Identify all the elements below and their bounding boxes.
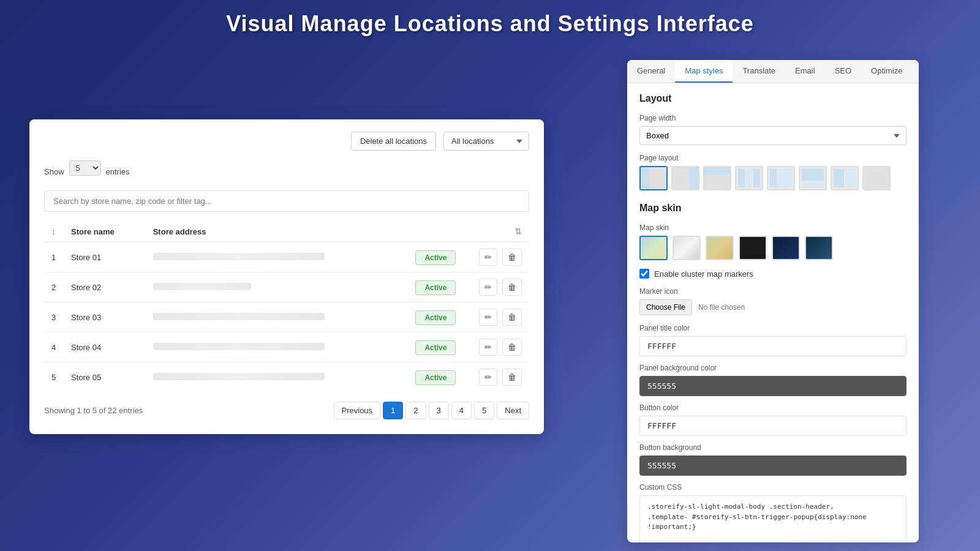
store-status: Active xyxy=(408,302,469,332)
page-width-label: Page width xyxy=(639,114,907,122)
button-bg-value[interactable]: 555555 xyxy=(639,455,907,476)
entries-label: entries xyxy=(106,167,130,176)
map-skin-options xyxy=(639,236,907,260)
layout-thumb-1[interactable] xyxy=(639,166,668,190)
table-row: 1 Store 01 Active ✏ 🗑 xyxy=(44,242,529,272)
next-page-button[interactable]: Next xyxy=(497,402,529,419)
settings-tabs: General Map styles Translate Email SEO O… xyxy=(627,60,919,83)
entries-per-page-select[interactable]: 5102550 xyxy=(69,160,101,176)
page-3-button[interactable]: 3 xyxy=(429,402,449,419)
store-address xyxy=(146,272,409,302)
table-row: 5 Store 05 Active ✏ 🗑 xyxy=(44,362,529,392)
store-list-panel: Delete all locations All locations Show … xyxy=(29,119,544,434)
delete-button[interactable]: 🗑 xyxy=(502,249,522,266)
layout-thumb-6[interactable] xyxy=(799,166,827,190)
tab-seo[interactable]: SEO xyxy=(825,60,861,83)
edit-button[interactable]: ✏ xyxy=(479,369,497,386)
store-table: ↕ Store name Store address ⇅ 1 Store 01 … xyxy=(44,222,529,392)
panel-bg-color-label: Panel background color xyxy=(639,364,907,372)
layout-thumb-3[interactable] xyxy=(703,166,731,190)
tab-email[interactable]: Email xyxy=(785,60,825,83)
map-skin-0[interactable] xyxy=(639,236,668,260)
layout-section-title: Layout xyxy=(639,93,907,104)
panel-title-color-label: Panel title color xyxy=(639,324,907,332)
delete-button[interactable]: 🗑 xyxy=(502,339,522,356)
layout-thumb-8[interactable] xyxy=(862,166,891,190)
page-4-button[interactable]: 4 xyxy=(451,402,472,419)
layout-thumb-2[interactable] xyxy=(671,166,699,190)
page-width-select[interactable]: Boxed xyxy=(639,126,907,145)
col-sort-arrows: ⇅ xyxy=(514,227,522,236)
show-entries-row: Show 5102550 entries xyxy=(44,160,529,183)
store-name: Store 02 xyxy=(64,272,146,302)
action-col: ✏ 🗑 xyxy=(469,302,529,332)
map-skin-label: Map skin xyxy=(639,223,907,232)
page-2-button[interactable]: 2 xyxy=(405,402,426,419)
enable-cluster-label: Enable cluster map markers xyxy=(654,269,753,279)
enable-cluster-checkbox[interactable] xyxy=(639,269,649,279)
edit-button[interactable]: ✏ xyxy=(479,249,497,266)
store-name: Store 04 xyxy=(64,332,146,362)
tab-general[interactable]: General xyxy=(627,60,675,83)
action-col: ✏ 🗑 xyxy=(469,272,529,302)
map-skin-1[interactable] xyxy=(673,236,701,260)
map-skin-4[interactable] xyxy=(772,236,800,260)
action-col: ✏ 🗑 xyxy=(469,362,529,392)
search-input[interactable] xyxy=(44,190,529,212)
panel-bg-color-value[interactable]: 555555 xyxy=(639,376,907,396)
marker-icon-row: Choose File No file chosen xyxy=(639,299,907,315)
choose-file-button[interactable]: Choose File xyxy=(639,299,692,315)
store-status: Active xyxy=(408,332,469,362)
delete-button[interactable]: 🗑 xyxy=(502,309,522,326)
row-num: 4 xyxy=(44,332,64,362)
custom-css-textarea[interactable]: .storeify-sl-light-modal-body .section-h… xyxy=(639,495,907,542)
layout-thumb-7[interactable] xyxy=(831,166,859,190)
delete-button[interactable]: 🗑 xyxy=(502,279,522,296)
tab-translate[interactable]: Translate xyxy=(733,60,785,83)
table-row: 3 Store 03 Active ✏ 🗑 xyxy=(44,302,529,332)
page-layout-label: Page layout xyxy=(639,154,907,162)
table-footer: Showing 1 to 5 of 22 entries Previous 1 … xyxy=(44,402,529,419)
store-address xyxy=(146,302,409,332)
edit-button[interactable]: ✏ xyxy=(479,279,497,296)
row-num: 5 xyxy=(44,362,64,392)
page-5-button[interactable]: 5 xyxy=(474,402,494,419)
map-skin-2[interactable] xyxy=(706,236,734,260)
store-name: Store 05 xyxy=(64,362,146,392)
prev-page-button[interactable]: Previous xyxy=(334,402,381,419)
page-1-button[interactable]: 1 xyxy=(383,402,403,419)
store-address xyxy=(146,242,409,272)
store-address xyxy=(146,362,409,392)
store-address xyxy=(146,332,409,362)
table-row: 4 Store 04 Active ✏ 🗑 xyxy=(44,332,529,362)
map-skin-5[interactable] xyxy=(805,236,833,260)
settings-body: Layout Page width Boxed Page layout xyxy=(627,83,919,542)
map-skin-section-title: Map skin xyxy=(639,203,907,214)
tab-map-styles[interactable]: Map styles xyxy=(675,60,733,83)
delete-all-button[interactable]: Delete all locations xyxy=(351,132,436,151)
layout-thumb-4[interactable] xyxy=(735,166,763,190)
tab-optimize[interactable]: Optimize xyxy=(861,60,912,83)
layout-thumb-5[interactable] xyxy=(767,166,795,190)
edit-button[interactable]: ✏ xyxy=(479,339,497,356)
button-color-label: Button color xyxy=(639,403,907,412)
action-col: ✏ 🗑 xyxy=(469,332,529,362)
marker-icon-label: Marker icon xyxy=(639,287,907,296)
button-color-value[interactable]: FFFFFF xyxy=(639,416,907,436)
delete-button[interactable]: 🗑 xyxy=(502,369,522,386)
showing-text: Showing 1 to 5 of 22 entries xyxy=(44,406,143,415)
action-col: ✏ 🗑 xyxy=(469,242,529,272)
edit-button[interactable]: ✏ xyxy=(479,309,497,326)
store-name: Store 03 xyxy=(64,302,146,332)
store-status: Active xyxy=(408,242,469,272)
cluster-markers-row: Enable cluster map markers xyxy=(639,269,907,279)
panel-title-color-value[interactable]: FFFFFF xyxy=(639,336,907,356)
button-bg-label: Button background xyxy=(639,443,907,452)
show-label: Show xyxy=(44,167,64,176)
row-num: 3 xyxy=(44,302,64,332)
store-status: Active xyxy=(408,362,469,392)
col-store-name: Store name xyxy=(64,222,146,242)
all-locations-select[interactable]: All locations xyxy=(443,132,529,151)
map-skin-3[interactable] xyxy=(739,236,767,260)
page-title: Visual Manage Locations and Settings Int… xyxy=(0,0,980,43)
